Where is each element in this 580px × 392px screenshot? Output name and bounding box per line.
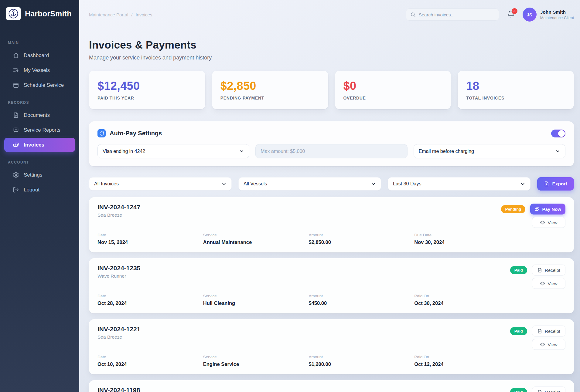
sidebar-item-label: Logout xyxy=(24,187,39,193)
field-label: Amount xyxy=(309,355,415,359)
view-button[interactable]: View xyxy=(532,217,565,228)
sidebar-item-my-vessels[interactable]: My Vessels xyxy=(4,63,75,77)
receipt-button[interactable]: Receipt xyxy=(532,326,565,336)
export-button[interactable]: Export xyxy=(537,177,574,191)
autopay-toggle[interactable] xyxy=(551,130,565,137)
invoice-title-block: INV-2024-1235 Wave Runner xyxy=(97,265,140,289)
stat-label: TOTAL INVOICES xyxy=(466,96,565,100)
breadcrumb: Maintenance Portal / Invoices xyxy=(89,12,152,17)
sidebar-item-label: Documents xyxy=(24,112,50,118)
field-value: Nov 30, 2024 xyxy=(414,239,520,245)
stat-label: OVERDUE xyxy=(343,96,443,100)
page-title: Invoices & Payments xyxy=(89,39,574,51)
banknote-icon xyxy=(13,142,19,148)
field-value: Oct 12, 2024 xyxy=(414,361,520,367)
field-label: Service xyxy=(203,294,309,298)
invoice-id: INV-2024-1235 xyxy=(97,265,140,272)
pay-now-button[interactable]: Pay Now xyxy=(530,204,565,215)
calendar-icon xyxy=(13,82,19,88)
field-date: Date Oct 10, 2024 xyxy=(97,355,203,367)
view-label: View xyxy=(548,281,557,286)
autopay-refresh-icon xyxy=(97,129,106,137)
field-due-date: Due Date Nov 30, 2024 xyxy=(414,233,520,245)
stat-label: PAID THIS YEAR xyxy=(97,96,197,100)
field-value: Engine Service xyxy=(203,361,309,367)
sidebar-item-documents[interactable]: Documents xyxy=(4,108,75,122)
field-value: Hull Cleaning xyxy=(203,300,309,306)
receipt-button[interactable]: Receipt xyxy=(532,387,565,392)
field-label: Due Date xyxy=(414,233,520,237)
notifications-button[interactable]: 3 xyxy=(507,10,515,19)
date-range-filter[interactable]: Last 30 Days xyxy=(388,177,531,191)
view-button[interactable]: View xyxy=(532,339,565,350)
banknote-icon xyxy=(534,207,540,212)
user-role: Maintenance Client xyxy=(540,15,574,20)
nav-section-records: RECORDS xyxy=(0,100,79,105)
stat-value: $12,450 xyxy=(97,79,197,93)
vessel-filter[interactable]: All Vessels xyxy=(238,177,381,191)
field-label: Date xyxy=(97,233,203,237)
autopay-panel: Auto-Pay Settings Visa ending in 4242 Em… xyxy=(89,121,574,166)
field-paid-on: Paid On Oct 30, 2024 xyxy=(414,294,520,306)
stat-card-paid-this-year: $12,450 PAID THIS YEAR xyxy=(89,71,205,109)
pay-now-label: Pay Now xyxy=(542,207,561,212)
view-button[interactable]: View xyxy=(532,278,565,289)
invoice-title-block: INV-2024-1221 Sea Breeze xyxy=(97,326,140,350)
stat-value: 18 xyxy=(466,79,565,93)
sidebar-item-schedule-service[interactable]: Schedule Service xyxy=(4,78,75,92)
brand: HarborSmith xyxy=(0,7,79,20)
invoice-actions: Paid Receipt View xyxy=(510,387,565,392)
sidebar-item-settings[interactable]: Settings xyxy=(4,168,75,182)
invoice-actions: Paid Receipt View xyxy=(510,265,565,289)
invoice-card: INV-2024-1235 Wave Runner Paid Receipt V… xyxy=(89,258,574,313)
field-value: Annual Maintenance xyxy=(203,239,309,245)
invoice-vessel: Wave Runner xyxy=(97,273,140,279)
field-label: Service xyxy=(203,233,309,237)
max-amount-input[interactable] xyxy=(255,144,407,158)
notify-option-select[interactable]: Email me before charging xyxy=(414,144,565,158)
topbar-right: 3 JS John Smith Maintenance Client xyxy=(406,8,574,22)
field-label: Date xyxy=(97,294,203,298)
invoice-status-filter[interactable]: All Invoices xyxy=(89,177,232,191)
receipt-label: Receipt xyxy=(545,268,560,273)
sidebar-item-invoices[interactable]: Invoices xyxy=(4,138,75,152)
field-date: Date Oct 28, 2024 xyxy=(97,294,203,306)
eye-icon xyxy=(540,342,545,347)
payment-method-select[interactable]: Visa ending in 4242 xyxy=(97,144,249,158)
field-label: Service xyxy=(203,355,309,359)
field-value: $1,200.00 xyxy=(309,361,415,367)
field-value: $450.00 xyxy=(309,300,415,306)
field-date: Date Nov 15, 2024 xyxy=(97,233,203,245)
sidebar-item-logout[interactable]: Logout xyxy=(4,183,75,197)
receipt-button[interactable]: Receipt xyxy=(532,265,565,275)
invoice-head: INV-2024-1198 Ocean Spirit Paid Receipt … xyxy=(97,387,565,392)
receipt-icon xyxy=(537,268,542,273)
field-value: $2,850.00 xyxy=(309,239,415,245)
chevron-down-icon xyxy=(371,181,376,187)
payment-method-value: Visa ending in 4242 xyxy=(103,149,145,154)
search-icon xyxy=(410,12,416,17)
user-menu[interactable]: JS John Smith Maintenance Client xyxy=(523,8,574,22)
search-input[interactable] xyxy=(419,12,495,17)
chevron-down-icon xyxy=(239,149,244,154)
view-label: View xyxy=(548,220,557,225)
receipt-label: Receipt xyxy=(545,390,560,392)
stat-card-overdue: $0 OVERDUE xyxy=(335,71,451,109)
document-icon xyxy=(13,112,19,118)
invoice-title-block: INV-2024-1247 Sea Breeze xyxy=(97,204,140,228)
chevron-down-icon xyxy=(520,181,525,187)
invoice-card: INV-2024-1198 Ocean Spirit Paid Receipt … xyxy=(89,380,574,392)
report-icon xyxy=(13,127,19,133)
field-amount: Amount $1,200.00 xyxy=(309,355,415,367)
invoice-status-value: All Invoices xyxy=(94,181,119,187)
breadcrumb-parent[interactable]: Maintenance Portal xyxy=(89,12,128,17)
status-badge: Paid xyxy=(510,266,527,274)
eye-icon xyxy=(540,220,545,225)
toggle-knob xyxy=(558,130,565,137)
sidebar-item-dashboard[interactable]: Dashboard xyxy=(4,48,75,63)
brand-name: HarborSmith xyxy=(25,9,72,18)
export-label: Export xyxy=(552,181,567,187)
sidebar-item-service-reports[interactable]: Service Reports xyxy=(4,123,75,137)
field-amount: Amount $450.00 xyxy=(309,294,415,306)
date-range-value: Last 30 Days xyxy=(393,181,421,187)
